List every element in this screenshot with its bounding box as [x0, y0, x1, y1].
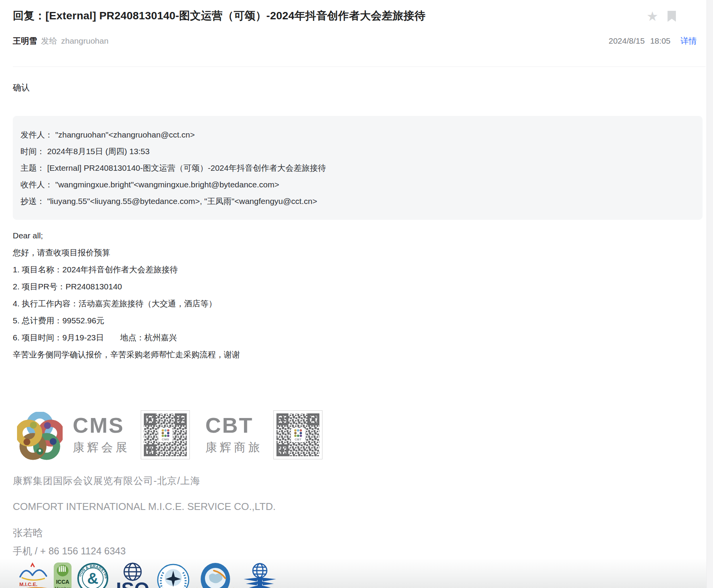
cbt-qr-label: CBT [295, 438, 302, 441]
cms-qr-label: CMS [162, 438, 169, 441]
sender-name[interactable]: 王明雪 [13, 36, 37, 46]
body-line: 5. 总计费用：99552.96元 [13, 312, 670, 329]
quote-time-value: 2024年8月15日 (周四) 13:53 [47, 147, 150, 156]
cms-qr-code: CMS [141, 410, 190, 459]
quote-from-value: "zhangruohan"<zhangruohan@cct.cn> [55, 130, 195, 139]
mail-date: 2024/8/15 [609, 36, 645, 46]
cbt-qr-code: CBT [273, 410, 322, 459]
body-line: 4. 执行工作内容：活动嘉宾差旅接待（大交通，酒店等） [13, 295, 670, 312]
details-link[interactable]: 详情 [681, 36, 697, 46]
travel-association-badge [195, 562, 235, 588]
quoted-message-block: 发件人："zhangruohan"<zhangruohan@cct.cn> 时间… [13, 116, 703, 220]
company-name-cn: 康辉集团国际会议展览有限公司-北京/上海 [13, 474, 200, 487]
mail-read-view: 回复：[External] PR2408130140-图文运营（可颂）-2024… [0, 0, 713, 588]
svg-text:Member: Member [55, 586, 71, 588]
cms-qr-center-badge: CMS [158, 428, 173, 442]
mini-flower-icon [294, 429, 302, 437]
quote-to-value: "wangmingxue.bright"<wangmingxue.bright@… [55, 180, 279, 189]
kanghui-flower-logo [17, 412, 63, 461]
signature-phone: 手机 / + 86 156 1124 6343 [13, 545, 126, 557]
cms-abbr: CMS [73, 414, 130, 437]
cbt-name: 康辉商旅 [205, 440, 263, 455]
mail-subject-title: 回复：[External] PR2408130140-图文运营（可颂）-2024… [13, 8, 624, 23]
scrollbar-track[interactable] [706, 0, 713, 588]
quote-subject-value: [External] PR2408130140-图文运营（可颂）-2024年抖音… [47, 163, 326, 172]
iso-badge: ISO [114, 562, 151, 588]
quote-to-label: 收件人： [20, 180, 53, 189]
cms-name: 康辉会展 [73, 440, 130, 455]
sent-to-label: 发给 [41, 36, 57, 46]
cms-brand: CMS 康辉会展 [73, 414, 130, 455]
title-actions: ★ [646, 10, 676, 22]
body-line: Dear all; [13, 227, 670, 244]
duns-badge: DUN & BRADSTREET & D-U-N-S® [75, 562, 111, 588]
quote-from-line: 发件人："zhangruohan"<zhangruohan@cct.cn> [20, 126, 695, 143]
reply-text: 确认 [13, 82, 30, 93]
mail-time: 18:05 [650, 36, 670, 46]
cbt-brand: CBT 康辉商旅 [205, 414, 263, 455]
body-line: 您好，请查收项目报价预算 [13, 244, 670, 261]
mice-badge: M.I.C.E. [17, 562, 49, 588]
svg-text:M.I.C.E.: M.I.C.E. [19, 581, 38, 587]
company-name-en: COMFORT INTERNATIONAL M.I.C.E. SERVICE C… [13, 501, 276, 513]
quote-subject-line: 主题：[External] PR2408130140-图文运营（可颂）-2024… [20, 160, 695, 176]
body-line: 1. 项目名称：2024年抖音创作者大会差旅接待 [13, 261, 670, 278]
quote-cc-line: 抄送："liuyang.55"<liuyang.55@bytedance.com… [20, 193, 695, 209]
svg-text:&: & [87, 570, 99, 587]
mail-body: Dear all; 您好，请查收项目报价预算 1. 项目名称：2024年抖音创作… [13, 227, 670, 363]
certification-badge-strip: M.I.C.E. ICCA Member DUN & BRADSTREET & … [0, 559, 706, 588]
quote-cc-label: 抄送： [20, 197, 45, 206]
quote-time-line: 时间：2024年8月15日 (周四) 13:53 [20, 143, 695, 160]
cbt-qr-center-badge: CBT [291, 428, 305, 442]
quote-to-line: 收件人："wangmingxue.bright"<wangmingxue.bri… [20, 176, 695, 193]
bookmark-icon[interactable] [667, 11, 676, 22]
quote-subject-label: 主题： [20, 163, 45, 172]
svg-text:ICCA: ICCA [56, 579, 69, 585]
iata-badge: IATA [239, 562, 281, 588]
quote-time-label: 时间： [20, 147, 45, 156]
cbt-abbr: CBT [205, 414, 263, 437]
star-icon[interactable]: ★ [646, 10, 658, 22]
recipient-name[interactable]: zhangruohan [61, 36, 109, 46]
signature-brand-row: CMS 康辉会展 [17, 410, 322, 464]
sender-row: 王明雪 发给 zhangruohan 2024/8/15 18:05 详情 [13, 36, 697, 46]
body-line: 2. 项目PR号：PR2408130140 [13, 278, 670, 295]
quote-cc-value: "liuyang.55"<liuyang.55@bytedance.com>, … [47, 197, 317, 206]
mini-flower-icon [162, 429, 169, 437]
body-line: 辛苦业务侧同学确认报价，辛苦采购老师帮忙走采购流程，谢谢 [13, 346, 670, 363]
signature-person-name: 张若晗 [13, 526, 43, 540]
icca-badge: ICCA Member [53, 562, 72, 588]
svg-text:ISO: ISO [116, 579, 149, 588]
quote-from-label: 发件人： [20, 130, 53, 139]
body-line: 6. 项目时间：9月19-23日 地点：杭州嘉兴 [13, 329, 670, 346]
header-divider [13, 66, 706, 67]
cata-badge: CATA [155, 562, 191, 588]
